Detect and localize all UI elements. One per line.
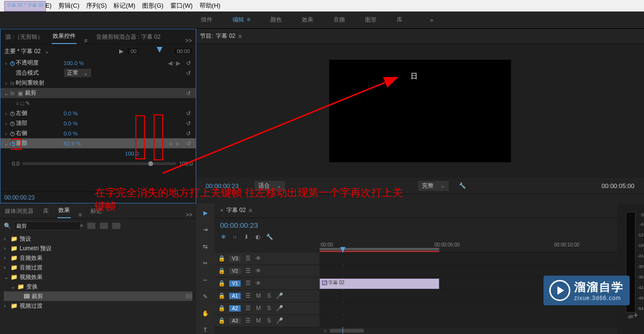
tree-video-fx[interactable]: 视频效果 — [20, 273, 43, 281]
stopwatch-icon[interactable] — [10, 121, 15, 126]
prop-crop-bottom[interactable]: 底部 — [16, 140, 64, 147]
snap-icon[interactable]: ❄ — [220, 234, 227, 240]
lock-icon[interactable]: 🔒 — [218, 255, 225, 262]
sync-lock-icon[interactable]: ☰ — [244, 305, 251, 312]
ws-tab-effects[interactable]: 效果 — [302, 16, 313, 24]
ws-tab-edit[interactable]: 编辑 — [233, 16, 250, 24]
program-ruler[interactable] — [196, 194, 644, 203]
reset-icon[interactable]: ↺ — [186, 130, 191, 137]
sync-lock-icon[interactable]: ☰ — [244, 317, 251, 324]
tree-presets[interactable]: 预设 — [20, 235, 31, 243]
ws-tab-color[interactable]: 颜色 — [270, 16, 282, 24]
program-timecode[interactable]: 00:00:00:23 — [206, 182, 239, 189]
work-area-bar[interactable] — [320, 248, 439, 250]
timeline-ruler[interactable]: :00:00 00:00:05:00 00:00:10:00 — [320, 241, 617, 252]
eye-icon[interactable]: 👁 — [255, 267, 262, 274]
lock-icon[interactable]: 🔒 — [218, 317, 225, 324]
kf-prev-icon[interactable]: ◀ — [168, 140, 172, 147]
hand-tool-icon[interactable]: ✋ — [200, 309, 210, 318]
track-a1[interactable]: A1 — [229, 293, 241, 299]
crop-right-value[interactable]: 0.0 % — [64, 131, 92, 136]
sync-lock-icon[interactable]: ☰ — [244, 280, 251, 287]
tab-library[interactable]: 库 — [42, 204, 50, 218]
tree-transform[interactable]: 变换 — [26, 283, 38, 291]
ec-play-icon[interactable]: ▶ — [119, 48, 123, 55]
crop-top-value[interactable]: 0.0 % — [64, 121, 92, 126]
sync-lock-icon[interactable]: ☰ — [244, 255, 251, 262]
menu-clip[interactable]: 剪辑(C) — [58, 1, 79, 10]
track-lane-v3[interactable] — [320, 253, 617, 265]
eye-icon[interactable]: 👁 — [255, 255, 262, 262]
kf-prev-icon[interactable]: ◀ — [168, 60, 172, 67]
kf-add-icon[interactable]: ◦ — [173, 60, 175, 67]
menu-graphics[interactable]: 图形(G) — [142, 1, 164, 10]
reset-icon[interactable]: ↺ — [186, 120, 191, 127]
solo-toggle[interactable]: S — [266, 317, 272, 324]
mute-toggle[interactable]: M — [255, 305, 262, 312]
reset-icon[interactable]: ↺ — [186, 110, 191, 117]
program-viewer[interactable]: 日 — [329, 60, 511, 162]
voice-icon[interactable]: 🎤 — [276, 305, 283, 312]
program-sequence-name[interactable]: 字幕 02 — [216, 32, 235, 40]
effects-search-input[interactable] — [14, 222, 81, 230]
voice-icon[interactable]: 🎤 — [276, 292, 283, 299]
tree-crop-effect[interactable]: 裁剪 — [32, 292, 43, 301]
crop-bottom-slider[interactable] — [22, 162, 176, 165]
lock-icon[interactable]: 🔒 — [218, 292, 225, 299]
tab-source[interactable]: 源 :（无剪辑） — [4, 30, 44, 44]
stopwatch-icon[interactable] — [10, 60, 15, 66]
voice-icon[interactable]: 🎤 — [276, 317, 283, 324]
kf-next-icon[interactable]: ▶ — [176, 140, 180, 147]
fit-dropdown[interactable]: 适合 — [254, 180, 286, 191]
track-v1[interactable]: V1 — [229, 280, 241, 287]
track-v2[interactable]: V2 — [229, 268, 241, 274]
prop-crop-left[interactable]: 左侧 — [16, 110, 64, 117]
ws-tab-audio[interactable]: 音频 — [333, 16, 345, 24]
filter-badge-3[interactable] — [112, 223, 121, 229]
opacity-value[interactable]: 100.0 % — [64, 60, 92, 66]
resolution-dropdown[interactable]: 完整 — [418, 180, 449, 191]
sync-icon[interactable]: ◐ — [255, 234, 261, 240]
crop-bottom-value[interactable]: 82.9 % — [64, 141, 92, 146]
menu-sequence[interactable]: 序列(S) — [86, 1, 107, 10]
sync-lock-icon[interactable]: ☰ — [244, 292, 251, 299]
track-select-tool-icon[interactable]: ⇥ — [200, 225, 210, 234]
track-lane-v2[interactable] — [320, 265, 617, 277]
tab-overflow-icon[interactable]: >> — [186, 212, 192, 218]
pen-tool-icon[interactable]: ✎ — [200, 292, 210, 301]
prop-crop-top[interactable]: 顶部 — [16, 120, 64, 127]
clear-search-icon[interactable]: × — [80, 223, 83, 229]
close-sequence-icon[interactable]: × — [220, 207, 223, 214]
tree-lumetri[interactable]: Lumetri 预设 — [20, 245, 52, 253]
prop-crop[interactable]: 裁剪 — [25, 89, 73, 97]
sync-lock-icon[interactable]: ☰ — [244, 267, 251, 274]
mute-toggle[interactable]: M — [255, 292, 262, 299]
prop-opacity[interactable]: 不透明度 — [16, 59, 64, 67]
lock-icon[interactable]: 🔒 — [218, 267, 225, 274]
crop-left-value[interactable]: 0.0 % — [64, 111, 92, 116]
eye-icon[interactable]: 👁 — [255, 280, 262, 287]
track-a3[interactable]: A3 — [229, 318, 241, 324]
ec-playhead-icon[interactable] — [156, 47, 162, 53]
ws-tab-assembly[interactable]: 组件 — [201, 16, 212, 24]
prop-crop-right[interactable]: 右侧 — [16, 130, 64, 137]
ec-timecode[interactable]: 00:00:00:23 — [4, 194, 34, 201]
kf-next-icon[interactable]: ▶ — [176, 60, 180, 67]
kf-add-icon[interactable]: ◦ — [173, 140, 175, 147]
mute-toggle[interactable]: M — [255, 317, 262, 324]
reset-icon[interactable]: ↺ — [186, 70, 191, 77]
filter-badge-2[interactable] — [100, 223, 108, 229]
type-tool-icon[interactable]: T — [200, 325, 210, 334]
menu-marker[interactable]: 标记(M) — [113, 1, 135, 10]
tree-audio-fx[interactable]: 音频效果 — [20, 254, 43, 262]
timeline-clip[interactable]: fx字幕 02 — [320, 278, 439, 289]
menu-window[interactable]: 窗口(W) — [170, 1, 193, 10]
ripple-tool-icon[interactable]: ⇆ — [200, 242, 210, 251]
timeline-sequence-name[interactable]: 字幕 02 — [226, 206, 246, 214]
zoom-out-icon[interactable]: ○ — [323, 327, 327, 334]
blend-mode-dropdown[interactable]: 正常 — [64, 68, 91, 78]
lock-icon[interactable]: 🔒 — [218, 305, 225, 312]
track-v3[interactable]: V3 — [229, 256, 241, 262]
stopwatch-icon[interactable] — [10, 111, 15, 116]
filter-badge-1[interactable] — [87, 223, 96, 229]
